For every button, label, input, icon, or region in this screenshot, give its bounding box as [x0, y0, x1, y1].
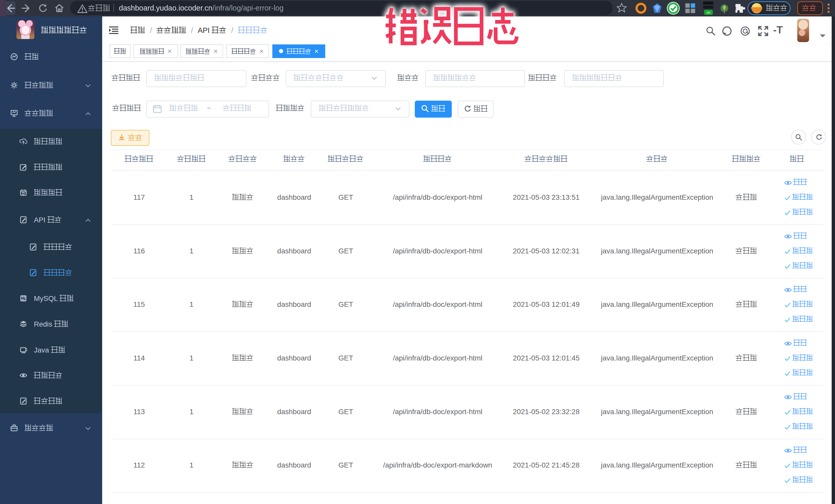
- svg-text:on: on: [707, 11, 710, 14]
